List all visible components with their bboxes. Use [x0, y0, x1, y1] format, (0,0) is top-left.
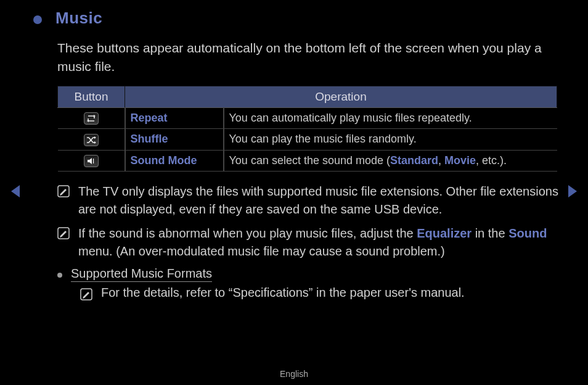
repeat-button-icon-cell	[58, 108, 125, 129]
page-title: Music	[55, 9, 102, 28]
section-bullet-icon	[33, 15, 42, 24]
footer-language: English	[0, 369, 588, 379]
supported-formats-note: For the details, refer to “Specification…	[101, 286, 465, 300]
th-button: Button	[58, 86, 125, 108]
supported-formats-title: Supported Music Formats	[71, 267, 212, 282]
repeat-icon	[84, 112, 99, 125]
equalizer-term: Equalizer	[417, 226, 472, 240]
table-row: Shuffle You can play the music files ran…	[58, 129, 557, 150]
table-row: Sound Mode You can select the sound mode…	[58, 150, 557, 171]
soundmode-hl-movie: Movie	[444, 154, 476, 167]
shuffle-icon	[84, 134, 99, 146]
th-operation: Operation	[125, 86, 557, 108]
note-equalizer: If the sound is abnormal when you play m…	[78, 225, 558, 260]
sound-mode-icon	[84, 155, 99, 167]
note-icon	[80, 288, 92, 300]
nav-prev-arrow[interactable]	[11, 185, 20, 197]
sound-menu-term: Sound	[508, 226, 547, 240]
soundmode-label: Sound Mode	[125, 150, 224, 171]
soundmode-button-icon-cell	[58, 150, 125, 171]
repeat-desc: You can automatically play music files r…	[224, 108, 557, 129]
shuffle-desc: You can play the music files randomly.	[224, 129, 557, 150]
svg-rect-0	[93, 159, 94, 164]
repeat-label: Repeat	[125, 108, 224, 129]
soundmode-hl-standard: Standard	[390, 154, 438, 167]
shuffle-button-icon-cell	[58, 129, 125, 150]
intro-text: These buttons appear automatically on th…	[57, 39, 558, 76]
music-buttons-table: Button Operation Repeat You can automati…	[57, 86, 557, 172]
note-extensions: The TV only displays the files with supp…	[78, 183, 558, 218]
table-row: Repeat You can automatically play music …	[58, 108, 557, 129]
nav-next-arrow[interactable]	[568, 185, 577, 197]
note-icon	[57, 185, 70, 197]
note-icon	[57, 227, 70, 239]
soundmode-desc: You can select the sound mode (Standard,…	[224, 150, 557, 171]
shuffle-label: Shuffle	[125, 129, 224, 150]
sub-bullet-icon	[57, 273, 62, 278]
